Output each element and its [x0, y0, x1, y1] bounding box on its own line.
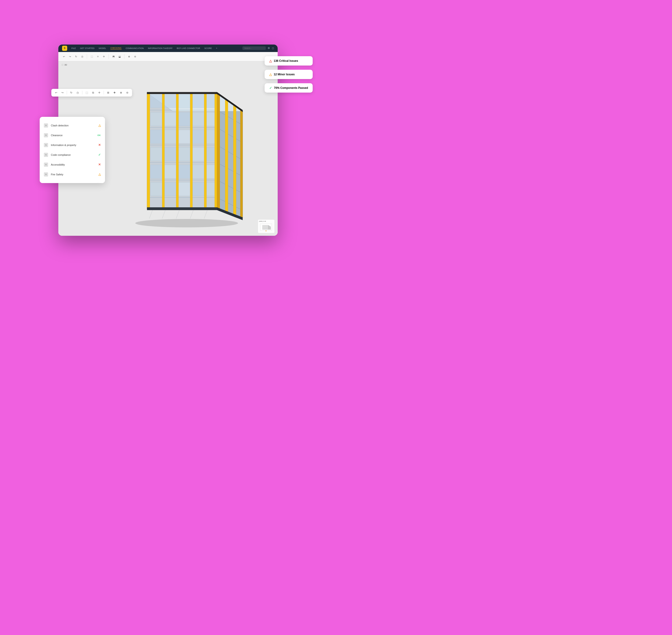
menu-information-takeoff[interactable]: INFORMATION TAKEOFF [148, 47, 173, 49]
minor-issues-label: 12 Minor Issues [274, 73, 295, 76]
fire-safety-status: △ [99, 173, 101, 176]
search-icon[interactable]: ⚙ [268, 47, 270, 50]
checking-panel: § Clash detection △ § Clearance OK § Inf… [40, 117, 105, 183]
svg-marker-54 [233, 104, 236, 217]
svg-rect-46 [147, 93, 150, 209]
move-tool[interactable]: ✛ [102, 54, 106, 59]
undo-button[interactable]: ↩ [62, 54, 66, 59]
information-property-status: ✕ [98, 143, 101, 147]
svg-rect-16 [150, 95, 162, 108]
toolbar-model-group: ⬒ ⬓ [111, 54, 124, 59]
toolbar-zoom-group: ⊕ ⊖ [127, 54, 140, 59]
svg-rect-18 [178, 95, 190, 108]
ft-refresh[interactable]: ↻ [69, 91, 73, 95]
check-item-code-compliance[interactable]: § Code compliance ✓ [40, 150, 105, 160]
check-item-clash-detection[interactable]: § Clash detection △ [40, 121, 105, 130]
history-button[interactable]: ◷ [80, 54, 84, 59]
svg-rect-49 [190, 93, 192, 209]
ft-layers[interactable]: ❖ [112, 91, 117, 95]
svg-rect-27 [165, 130, 176, 144]
refresh-button[interactable]: ↻ [74, 54, 78, 59]
clash-detection-icon: § [44, 123, 48, 128]
clash-detection-label: Clash detection [51, 124, 96, 127]
menu-plus[interactable]: + [216, 47, 217, 49]
clearance-status: OK [98, 134, 101, 136]
redo-button[interactable]: ↪ [68, 54, 72, 59]
svg-rect-31 [150, 147, 162, 161]
select-tool[interactable]: ⬚ [89, 54, 94, 59]
svg-marker-52 [217, 93, 220, 209]
menu-score[interactable]: SCORE [204, 47, 212, 49]
ft-zoom[interactable]: ⊖ [125, 91, 129, 95]
clearance-icon: § [44, 133, 48, 137]
ft-redo[interactable]: ↪ [60, 91, 64, 95]
svg-point-0 [135, 219, 238, 227]
accessibility-icon: § [44, 162, 48, 167]
svg-rect-42 [165, 182, 176, 196]
clearance-label: Clearance [51, 134, 95, 137]
zoom-fit[interactable]: ⊕ [127, 54, 131, 59]
menu-bcf[interactable]: BCF LIVE CONNECTOR [176, 47, 200, 49]
check-item-information-property[interactable]: § Information & property ✕ [40, 140, 105, 150]
menu-file[interactable]: FILE [71, 47, 76, 49]
clash-detection-status: △ [99, 124, 101, 127]
svg-rect-35 [207, 147, 215, 161]
accessibility-status: ✕ [98, 163, 101, 166]
ft-move[interactable]: ✛ [97, 91, 101, 95]
ft-time[interactable]: ◷ [76, 91, 80, 95]
svg-marker-53 [225, 99, 228, 213]
svg-rect-26 [150, 130, 162, 144]
toolbar-history-group: ↩ ↪ ↻ ◷ [62, 54, 87, 59]
svg-rect-50 [204, 93, 207, 209]
ft-select[interactable]: ⬚ [85, 91, 89, 95]
menu-checking[interactable]: CHECKING [110, 47, 122, 50]
check-item-fire-safety[interactable]: § Fire Safety △ [40, 170, 105, 179]
ft-target[interactable]: ⊕ [119, 91, 123, 95]
settings-icon: ◻ [272, 47, 274, 50]
menu-model[interactable]: MODEL [99, 47, 106, 49]
svg-rect-21 [150, 112, 162, 126]
svg-rect-48 [176, 93, 178, 209]
svg-marker-55 [240, 109, 243, 219]
accessibility-label: Accessibility [51, 163, 96, 166]
svg-rect-38 [178, 165, 190, 178]
section-tool[interactable]: ⬒ [111, 54, 116, 59]
passed-icon: ✓ [269, 86, 272, 90]
svg-rect-19 [192, 95, 204, 108]
plan-tool[interactable]: ⬓ [117, 54, 122, 59]
ft-undo[interactable]: ↩ [54, 91, 58, 95]
code-compliance-status: ✓ [98, 153, 101, 156]
components-passed-card: ✓ 70% Components Passed [265, 83, 313, 93]
svg-rect-24 [192, 112, 204, 126]
svg-line-64 [204, 209, 208, 219]
toolbar: ↩ ↪ ↻ ◷ ⬚ ⚛ ✛ ⬒ ⬓ ⊕ ⊖ [58, 52, 278, 61]
svg-line-63 [190, 209, 194, 219]
mini-map: (ARK) 0.4K [258, 220, 274, 233]
fire-safety-icon: § [44, 172, 48, 177]
svg-rect-34 [192, 147, 204, 161]
search-input[interactable] [243, 46, 266, 50]
information-property-label: Information & property [51, 144, 96, 147]
svg-rect-58 [147, 207, 217, 210]
view-label: ⬚ 3D [62, 64, 67, 66]
svg-line-60 [149, 209, 153, 219]
rotate-tool[interactable]: ⚛ [96, 54, 100, 59]
svg-marker-67 [268, 225, 271, 229]
minor-issues-card: △ 12 Minor Issues [265, 70, 313, 79]
svg-rect-33 [178, 147, 190, 161]
ft-grid[interactable]: ⊞ [106, 91, 110, 95]
menu-communication[interactable]: COMMUNICATION [126, 47, 144, 49]
floating-toolbar: ↩ ↪ ↻ ◷ ⬚ ⧉ ✛ ⊞ ❖ ⊕ ⊖ [51, 89, 132, 96]
svg-rect-43 [178, 182, 190, 196]
critical-icon: △ [269, 59, 272, 63]
svg-line-61 [162, 209, 166, 219]
svg-rect-51 [215, 93, 217, 209]
zoom-in[interactable]: ⊖ [133, 54, 138, 59]
components-passed-label: 70% Components Passed [274, 86, 308, 90]
check-item-clearance[interactable]: § Clearance OK [40, 130, 105, 140]
menu-get-started[interactable]: GET STARTED [80, 47, 94, 49]
svg-rect-32 [165, 147, 176, 161]
check-item-accessibility[interactable]: § Accessibility ✕ [40, 160, 105, 170]
building-svg [119, 74, 254, 228]
ft-split[interactable]: ⧉ [91, 91, 95, 95]
